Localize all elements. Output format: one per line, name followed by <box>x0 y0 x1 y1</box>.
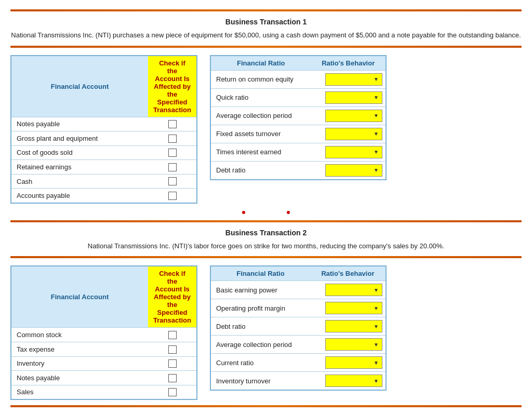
dropdown-arrow: ▼ <box>374 305 379 311</box>
ratio-dropdown[interactable]: ▼ <box>325 375 382 387</box>
ratio-dropdown[interactable]: ▼ <box>325 128 382 140</box>
behavior-col-header: Ratio's Behavior <box>311 56 385 71</box>
ratio-dropdown-cell[interactable]: ▼ <box>311 106 385 125</box>
account-checkbox-cell[interactable] <box>148 356 196 371</box>
account-checkbox-cell[interactable] <box>148 371 196 385</box>
ratio-row: Operating profit margin ▼ <box>211 299 385 317</box>
ratio-name: Debt ratio <box>211 161 311 179</box>
account-checkbox-cell[interactable] <box>148 145 196 160</box>
account-checkbox-cell[interactable] <box>148 174 196 189</box>
dropdown-arrow: ▼ <box>374 95 379 100</box>
ratio-dropdown[interactable]: ▼ <box>325 146 382 158</box>
account-checkbox-cell[interactable] <box>148 189 196 203</box>
ratio-row: Average collection period ▼ <box>211 336 385 354</box>
account-name: Gross plant and equipment <box>11 131 148 146</box>
check-col-header: Check if the Account Is Affected by the … <box>148 56 196 117</box>
ratio-row: Average collection period ▼ <box>211 106 385 125</box>
ratio-name: Quick ratio <box>211 88 311 106</box>
account-name: Accounts payable <box>11 189 148 203</box>
ratio-dropdown-cell[interactable]: ▼ <box>310 281 385 299</box>
ratio-row: Debt ratio ▼ <box>211 161 385 179</box>
accounts-col-header2: Financial Account <box>11 266 148 328</box>
account-checkbox-cell[interactable] <box>148 328 196 342</box>
account-row: Tax expense <box>11 342 196 356</box>
ratio-dropdown-cell[interactable]: ▼ <box>310 317 385 336</box>
ratio-dropdown[interactable]: ▼ <box>325 73 382 86</box>
account-row: Accounts payable <box>11 189 196 203</box>
ratio-row: Fixed assets turnover ▼ <box>211 125 385 143</box>
transaction2-section: Business Transaction 2 National Transmis… <box>10 220 522 407</box>
account-checkbox[interactable] <box>168 388 177 396</box>
account-checkbox-cell[interactable] <box>148 160 196 175</box>
account-checkbox-cell[interactable] <box>148 385 196 399</box>
account-checkbox[interactable] <box>168 359 177 368</box>
account-checkbox[interactable] <box>168 345 177 354</box>
account-row: Cost of goods sold <box>11 145 196 160</box>
top-divider <box>10 9 522 11</box>
transaction1-section: Business Transaction 1 National Transmis… <box>10 9 522 216</box>
transaction1-accounts-panel: Financial Account Check if the Account I… <box>10 55 197 204</box>
account-row: Gross plant and equipment <box>11 131 196 146</box>
account-checkbox[interactable] <box>168 331 177 339</box>
account-row: Notes payable <box>11 371 196 385</box>
account-checkbox-cell[interactable] <box>148 342 196 356</box>
transaction1-panels: Financial Account Check if the Account I… <box>10 55 522 204</box>
ratio-dropdown[interactable]: ▼ <box>325 338 382 351</box>
account-checkbox[interactable] <box>168 120 177 128</box>
account-name: Notes payable <box>11 117 148 131</box>
check-col-header2: Check if the Account Is Affected by the … <box>148 266 196 328</box>
ratio-row: Quick ratio ▼ <box>211 88 385 106</box>
ratio-dropdown-cell[interactable]: ▼ <box>311 125 385 143</box>
ratio-name: Average collection period <box>211 336 310 354</box>
ratio-dropdown[interactable]: ▼ <box>325 356 382 369</box>
ratio-dropdown[interactable]: ▼ <box>325 302 382 314</box>
ratio-row: Return on common equity ▼ <box>211 70 385 88</box>
account-checkbox-cell[interactable] <box>148 131 196 146</box>
account-checkbox[interactable] <box>168 149 177 157</box>
ratio-dropdown-cell[interactable]: ▼ <box>310 336 385 354</box>
ratio-dropdown[interactable]: ▼ <box>325 110 382 122</box>
ratio-name: Debt ratio <box>211 317 310 336</box>
account-checkbox[interactable] <box>168 192 177 200</box>
account-checkbox[interactable] <box>168 135 177 143</box>
dropdown-arrow: ▼ <box>374 76 379 82</box>
dropdown-arrow: ▼ <box>374 324 379 329</box>
accounts-col-header: Financial Account <box>11 56 148 117</box>
ratio-dropdown-cell[interactable]: ▼ <box>310 372 385 390</box>
bottom-divider <box>10 405 522 407</box>
ratio-name: Basic earning power <box>211 281 310 299</box>
ratio-dropdown-cell[interactable]: ▼ <box>311 143 385 161</box>
dots-area1 <box>10 207 522 216</box>
ratio-row: Inventory turnover ▼ <box>211 372 385 390</box>
ratio-row: Basic earning power ▼ <box>211 281 385 299</box>
ratio-dropdown-cell[interactable]: ▼ <box>310 354 385 372</box>
ratio-dropdown-cell[interactable]: ▼ <box>310 299 385 317</box>
account-name: Cost of goods sold <box>11 145 148 160</box>
account-checkbox-cell[interactable] <box>148 117 196 131</box>
divider1 <box>10 46 522 48</box>
ratio-dropdown-cell[interactable]: ▼ <box>311 88 385 106</box>
dot2 <box>287 211 290 214</box>
account-checkbox[interactable] <box>168 177 177 185</box>
ratio-row: Debt ratio ▼ <box>211 317 385 336</box>
transaction1-title: Business Transaction 1 <box>10 18 522 26</box>
ratio-dropdown[interactable]: ▼ <box>325 164 382 177</box>
behavior-col-header2: Ratio's Behavior <box>310 266 385 281</box>
dropdown-arrow: ▼ <box>374 131 379 137</box>
ratio-name: Average collection period <box>211 106 311 125</box>
account-name: Tax expense <box>11 342 148 356</box>
account-name: Notes payable <box>11 371 148 385</box>
ratio-dropdown-cell[interactable]: ▼ <box>311 70 385 88</box>
transaction2-title: Business Transaction 2 <box>10 229 522 237</box>
ratio-dropdown-cell[interactable]: ▼ <box>311 161 385 179</box>
ratio-dropdown[interactable]: ▼ <box>325 284 382 296</box>
account-name: Cash <box>11 174 148 189</box>
account-name: Inventory <box>11 356 148 371</box>
ratio-dropdown[interactable]: ▼ <box>325 91 382 104</box>
account-checkbox[interactable] <box>168 374 177 382</box>
ratio-row: Times interest earned ▼ <box>211 143 385 161</box>
account-row: Notes payable <box>11 117 196 131</box>
ratio-dropdown[interactable]: ▼ <box>325 320 382 332</box>
transaction2-panels: Financial Account Check if the Account I… <box>10 265 522 400</box>
account-checkbox[interactable] <box>168 163 177 171</box>
